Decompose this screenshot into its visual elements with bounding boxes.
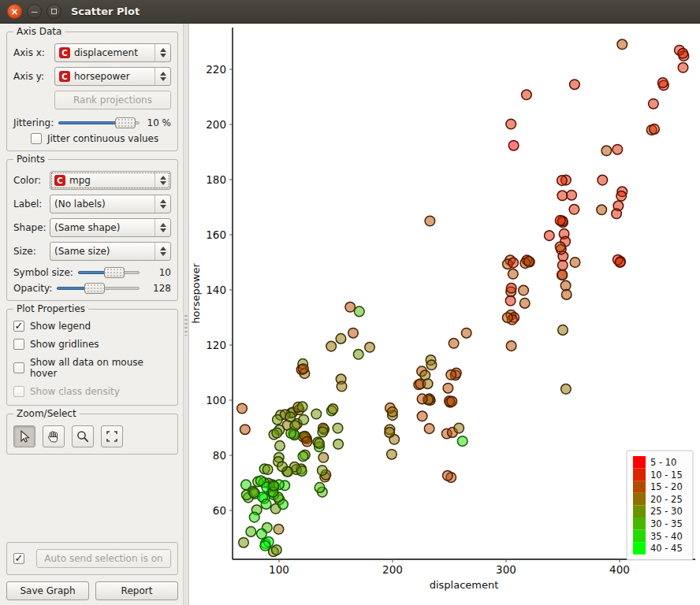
- scatter-point[interactable]: [557, 270, 568, 280]
- scatter-point[interactable]: [302, 436, 312, 447]
- plot-property-checkbox[interactable]: Show gridlines: [13, 339, 171, 350]
- scatter-point[interactable]: [257, 529, 267, 539]
- scatter-point[interactable]: [457, 436, 467, 447]
- scatter-point[interactable]: [277, 462, 288, 472]
- scatter-point[interactable]: [612, 209, 622, 219]
- minimize-button[interactable]: −: [27, 4, 42, 19]
- combo-spin-arrows[interactable]: [155, 219, 170, 236]
- jittering-slider[interactable]: [58, 117, 140, 128]
- fit-view-tool-button[interactable]: [101, 425, 123, 447]
- checkbox-box[interactable]: [13, 362, 24, 373]
- scatter-point[interactable]: [311, 409, 322, 419]
- scatter-point[interactable]: [417, 411, 427, 421]
- scatter-point[interactable]: [461, 328, 471, 338]
- scatter-point[interactable]: [336, 334, 346, 344]
- scatter-point[interactable]: [508, 140, 519, 150]
- scatter-point[interactable]: [506, 284, 516, 294]
- scatter-point[interactable]: [387, 449, 397, 459]
- scatter-point[interactable]: [649, 98, 659, 109]
- symbol-size-slider[interactable]: [78, 267, 140, 278]
- scatter-point[interactable]: [345, 302, 356, 313]
- scatter-point[interactable]: [318, 466, 328, 476]
- scatter-point[interactable]: [275, 441, 285, 451]
- scatter-point[interactable]: [557, 191, 568, 201]
- scatter-point[interactable]: [237, 403, 248, 414]
- scatter-point[interactable]: [597, 205, 607, 215]
- scatter-point[interactable]: [557, 176, 568, 186]
- scatter-point[interactable]: [555, 216, 565, 226]
- color-combobox[interactable]: C mpg: [50, 171, 171, 190]
- scatter-point[interactable]: [598, 175, 608, 185]
- scatter-point[interactable]: [297, 402, 307, 412]
- scatter-point[interactable]: [446, 370, 456, 380]
- scatter-point[interactable]: [615, 258, 625, 268]
- scatter-point[interactable]: [616, 191, 627, 202]
- scatter-point[interactable]: [285, 412, 296, 422]
- scatter-point[interactable]: [423, 379, 433, 389]
- scatter-point[interactable]: [286, 429, 296, 439]
- scatter-point[interactable]: [385, 428, 395, 438]
- scatter-point[interactable]: [318, 453, 329, 463]
- combo-spin-arrows[interactable]: [155, 172, 170, 189]
- auto-send-checkbox[interactable]: ✓: [13, 553, 30, 564]
- checkbox-box[interactable]: [13, 339, 24, 350]
- scatter-point[interactable]: [315, 439, 325, 449]
- scatter-point[interactable]: [558, 260, 568, 270]
- scatter-point[interactable]: [447, 396, 457, 406]
- checkbox-box[interactable]: ✓: [13, 553, 24, 564]
- scatter-point[interactable]: [443, 471, 453, 481]
- plot-property-checkbox[interactable]: Show class density: [13, 386, 171, 397]
- scatter-point[interactable]: [506, 341, 516, 351]
- scatter-point[interactable]: [249, 512, 259, 522]
- scatter-point[interactable]: [417, 394, 427, 404]
- scatter-point[interactable]: [326, 341, 337, 351]
- sidebar-splitter[interactable]: [183, 24, 189, 605]
- scatter-point[interactable]: [365, 343, 375, 353]
- scatter-point[interactable]: [348, 328, 359, 338]
- report-button[interactable]: Report: [95, 581, 178, 600]
- scatter-point[interactable]: [561, 290, 572, 300]
- combo-spin-arrows[interactable]: [155, 68, 170, 85]
- scatter-point[interactable]: [328, 404, 338, 414]
- shape-combobox[interactable]: (Same shape): [50, 218, 171, 237]
- scatter-point[interactable]: [522, 90, 532, 100]
- scatter-point[interactable]: [333, 423, 343, 433]
- pan-tool-button[interactable]: [43, 425, 65, 447]
- scatter-point[interactable]: [297, 466, 307, 477]
- maximize-button[interactable]: [47, 4, 61, 19]
- combo-spin-arrows[interactable]: [155, 195, 170, 213]
- scatter-point[interactable]: [272, 545, 282, 555]
- plot-property-checkbox[interactable]: ✓Show legend: [13, 321, 171, 332]
- scatter-point[interactable]: [274, 525, 284, 535]
- scatter-point[interactable]: [555, 242, 565, 252]
- scatter-point[interactable]: [353, 350, 363, 360]
- scatter-plot-canvas[interactable]: 1002003004006080100120140160180200220dis…: [189, 24, 700, 605]
- checkbox-box[interactable]: ✓: [13, 321, 24, 332]
- scatter-point[interactable]: [261, 499, 271, 510]
- jitter-continuous-checkbox[interactable]: Jitter continuous values: [31, 133, 171, 144]
- scatter-point[interactable]: [454, 423, 464, 433]
- scatter-point[interactable]: [426, 360, 437, 370]
- scatter-point[interactable]: [298, 451, 308, 462]
- close-button[interactable]: ×: [7, 4, 22, 19]
- label-combobox[interactable]: (No labels): [50, 195, 171, 213]
- rank-projections-button[interactable]: Rank projections: [54, 91, 171, 109]
- scatter-point[interactable]: [240, 425, 251, 435]
- scatter-point[interactable]: [333, 440, 344, 450]
- scatter-point[interactable]: [545, 231, 555, 241]
- scatter-point[interactable]: [269, 481, 279, 491]
- scatter-point[interactable]: [239, 537, 249, 547]
- scatter-point[interactable]: [658, 78, 668, 88]
- checkbox-box[interactable]: [13, 386, 24, 397]
- scatter-point[interactable]: [570, 80, 580, 90]
- scatter-point[interactable]: [523, 257, 534, 267]
- scatter-point[interactable]: [503, 313, 513, 323]
- size-combobox[interactable]: (Same size): [50, 242, 171, 261]
- axis-y-combobox[interactable]: C horsepower: [54, 67, 171, 86]
- scatter-point[interactable]: [318, 427, 328, 437]
- combo-spin-arrows[interactable]: [155, 44, 170, 61]
- scatter-point[interactable]: [443, 383, 453, 393]
- scatter-point[interactable]: [337, 381, 347, 392]
- scatter-point[interactable]: [355, 306, 365, 317]
- scatter-point[interactable]: [425, 216, 435, 226]
